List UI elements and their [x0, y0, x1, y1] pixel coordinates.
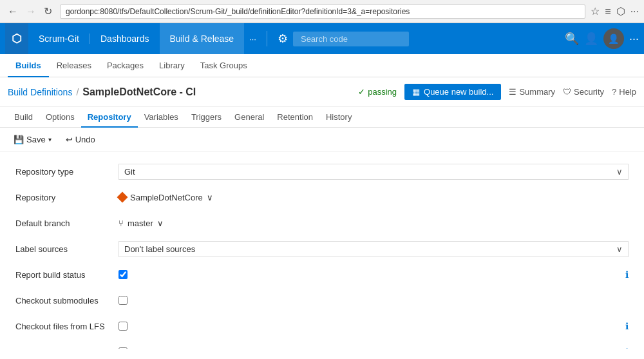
queue-label: Queue new build...	[424, 87, 493, 97]
tab-task-groups[interactable]: Task Groups	[193, 54, 255, 77]
undo-icon: ↩	[66, 135, 73, 144]
search-input[interactable]	[293, 32, 409, 46]
branch-dropdown-icon: ∨	[157, 218, 164, 228]
page-actions: ✓ passing ▦ Queue new build... ☰ Summary…	[358, 84, 636, 100]
def-tab-retention[interactable]: Retention	[270, 107, 319, 128]
logo-icon: ⬡	[12, 32, 22, 46]
org-name[interactable]: Scrum-Git	[28, 34, 90, 44]
forward-button[interactable]: →	[23, 5, 39, 19]
logo: ⬡	[5, 23, 28, 54]
tab-builds[interactable]: Builds	[8, 54, 49, 77]
tab-packages[interactable]: Packages	[99, 54, 151, 77]
summary-icon: ☰	[509, 87, 516, 97]
repo-type-control: Git ∨	[118, 164, 629, 180]
undo-button[interactable]: ↩ Undo	[60, 131, 101, 148]
def-tab-variables[interactable]: Variables	[138, 107, 185, 128]
settings-icon[interactable]: ⚙	[272, 32, 293, 46]
dont-sync-label: Don't sync sources	[15, 347, 118, 349]
checkout-submodules-checkbox[interactable]	[118, 296, 128, 305]
help-link[interactable]: ? Help	[612, 87, 636, 97]
help-icon: ?	[612, 87, 616, 97]
page-title: SampleDotNetCore - CI	[82, 86, 196, 98]
page-header: Build Definitions / SampleDotNetCore - C…	[0, 77, 644, 107]
report-build-info-icon[interactable]: ℹ	[625, 269, 629, 280]
report-build-label: Report build status	[15, 270, 118, 280]
search-icon[interactable]: 🔍	[565, 32, 579, 46]
avatar[interactable]: 👤	[603, 28, 624, 49]
tab-releases[interactable]: Releases	[49, 54, 99, 77]
top-more-icon[interactable]: ···	[629, 32, 639, 46]
repository-value-display[interactable]: SampleDotNetCore ∨	[118, 193, 629, 202]
form-content: Repository type Git ∨ Repository SampleD…	[0, 152, 644, 349]
more-icon[interactable]: ···	[630, 6, 639, 17]
toolbar: 💾 Save ▾ ↩ Undo	[0, 128, 644, 152]
repo-type-arrow-icon: ∨	[616, 167, 623, 177]
report-build-control	[118, 270, 620, 279]
queue-build-button[interactable]: ▦ Queue new build...	[404, 84, 501, 100]
shield-icon: 🛡	[563, 87, 571, 97]
undo-label: Undo	[75, 135, 95, 144]
nav-dashboards[interactable]: Dashboards	[90, 23, 160, 54]
address-bar[interactable]: gordonpc:8080/tfs/DefaultCollection/Scru…	[60, 5, 585, 19]
security-label: Security	[574, 87, 604, 97]
share-icon[interactable]: ⬡	[616, 5, 625, 17]
branch-value-display[interactable]: ⑂ master ∨	[118, 218, 629, 228]
tab-library[interactable]: Library	[151, 54, 193, 77]
def-tab-repository[interactable]: Repository	[81, 107, 138, 128]
def-tab-triggers[interactable]: Triggers	[185, 107, 228, 128]
breadcrumb-link[interactable]: Build Definitions	[8, 87, 72, 97]
save-arrow-icon: ▾	[48, 136, 52, 143]
dont-sync-checkbox[interactable]	[118, 347, 128, 349]
def-tabs: Build Options Repository Variables Trigg…	[0, 107, 644, 128]
repository-name: SampleDotNetCore	[130, 193, 203, 202]
checkout-lfs-info-icon[interactable]: ℹ	[625, 321, 629, 331]
nav-build-release[interactable]: Build & Release	[160, 23, 245, 54]
checkout-lfs-row: Checkout files from LFS ℹ	[15, 317, 629, 335]
browser-nav: ← → ↻	[5, 4, 55, 19]
report-build-row: Report build status ℹ	[15, 266, 629, 284]
branch-icon: ⑂	[118, 218, 124, 228]
menu-icon[interactable]: ≡	[605, 6, 611, 17]
queue-icon: ▦	[412, 87, 420, 97]
label-sources-label: Label sources	[15, 244, 118, 254]
nav-more[interactable]: ···	[244, 34, 261, 44]
repo-type-label: Repository type	[15, 167, 118, 177]
label-sources-control: Don't label sources ∨	[118, 241, 629, 257]
repo-dropdown-icon: ∨	[207, 193, 213, 202]
def-tab-history[interactable]: History	[319, 107, 358, 128]
user-icon[interactable]: 👤	[584, 32, 598, 46]
save-button[interactable]: 💾 Save ▾	[8, 131, 57, 148]
label-sources-select[interactable]: Don't label sources ∨	[118, 241, 629, 257]
help-label: Help	[619, 87, 636, 97]
repo-type-value: Git	[124, 167, 135, 177]
checkout-submodules-row: Checkout submodules	[15, 291, 629, 309]
summary-link[interactable]: ☰ Summary	[509, 87, 555, 97]
def-tab-general[interactable]: General	[228, 107, 270, 128]
breadcrumb-separator: /	[76, 87, 79, 97]
right-icons: 🔍 👤 👤 ···	[565, 28, 639, 49]
save-label: Save	[26, 135, 46, 144]
url-text: gordonpc:8080/tfs/DefaultCollection/Scru…	[66, 7, 410, 16]
label-sources-arrow-icon: ∨	[616, 244, 623, 254]
report-build-checkbox[interactable]	[118, 270, 128, 279]
repo-type-select[interactable]: Git ∨	[118, 164, 629, 180]
back-button[interactable]: ←	[5, 5, 21, 19]
browser-bar: ← → ↻ gordonpc:8080/tfs/DefaultCollectio…	[0, 0, 644, 23]
dont-sync-row: Don't sync sources ℹ	[15, 343, 629, 349]
def-tab-build[interactable]: Build	[8, 107, 39, 128]
checkout-submodules-label: Checkout submodules	[15, 296, 118, 306]
security-link[interactable]: 🛡 Security	[563, 87, 604, 97]
browser-icons: ☆ ≡ ⬡ ···	[591, 5, 639, 17]
save-icon: 💾	[14, 135, 24, 144]
dont-sync-info-icon[interactable]: ℹ	[625, 347, 629, 349]
repo-type-row: Repository type Git ∨	[15, 162, 629, 180]
refresh-button[interactable]: ↻	[41, 4, 55, 19]
checkout-lfs-checkbox[interactable]	[118, 322, 128, 331]
default-branch-row: Default branch ⑂ master ∨	[15, 214, 629, 232]
repository-row: Repository SampleDotNetCore ∨	[15, 188, 629, 206]
passing-badge: ✓ passing	[358, 87, 397, 97]
nav-separator	[267, 31, 267, 46]
label-sources-value: Don't label sources	[124, 244, 195, 254]
bookmark-icon[interactable]: ☆	[591, 5, 600, 17]
def-tab-options[interactable]: Options	[39, 107, 81, 128]
